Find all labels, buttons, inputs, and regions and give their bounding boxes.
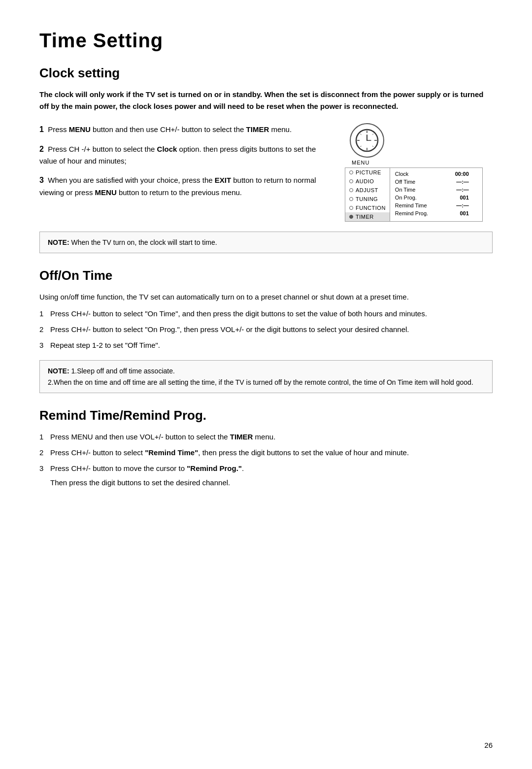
remind-sub-text: Then press the digit buttons to set the …: [50, 478, 230, 487]
menu-left-panel: PICTURE AUDIO ADJUST TUNING FUNCTION: [345, 168, 390, 221]
menu-row-on-prog: On Prog. 001: [395, 194, 469, 201]
off-on-step-2: 2 Press CH+/- button to select "On Prog.…: [39, 324, 493, 335]
tv-clock-icon: [350, 123, 384, 158]
svg-line-8: [361, 146, 362, 147]
exit-bold: EXIT: [215, 176, 231, 184]
menu-row-off-time: Off Time —:—: [395, 178, 469, 186]
off-on-note-box: NOTE: 1.Sleep off and off time associate…: [39, 360, 493, 393]
svg-line-7: [372, 134, 373, 135]
timer-bold-1: TIMER: [246, 125, 269, 134]
menu-dot-timer: [349, 215, 353, 219]
on-prog-label: On Prog.: [395, 195, 460, 201]
remind-step-3-sub: Then press the digit buttons to set the …: [50, 478, 493, 487]
clock-step-1: 1 Press MENU button and then use CH+/- b…: [39, 123, 330, 136]
menu-dot-function: [349, 206, 353, 210]
off-on-title: Off/On Time: [39, 268, 493, 283]
menu-label-audio: AUDIO: [356, 178, 374, 184]
remind-step-3: 3 Press CH+/- button to move the cursor …: [39, 463, 493, 474]
menu-dot-picture: [349, 170, 353, 174]
page-title: Time Setting: [39, 30, 493, 52]
clock-note-box: NOTE: When the TV turn on, the clock wil…: [39, 232, 493, 253]
step-num-1: 1: [39, 125, 44, 134]
menu-label-tuning: TUNING: [356, 196, 378, 202]
step-text-3: Repeat step 1-2 to set "Off Time".: [50, 339, 493, 351]
clock-warning: The clock will only work if the TV set i…: [39, 89, 493, 112]
menu-item-function: FUNCTION: [345, 203, 390, 212]
remind-time-value: —:—: [456, 202, 469, 208]
off-on-section: Off/On Time Using on/off time function, …: [39, 268, 493, 393]
menu-item-tuning: TUNING: [345, 195, 390, 203]
menu-row-remind-prog: Remind Prog. 001: [395, 209, 469, 217]
remind-prog-label: Remind Prog.: [395, 210, 460, 216]
remind-step-text-3: Press CH+/- button to move the cursor to…: [50, 463, 493, 474]
remind-step-n-2: 2: [39, 447, 47, 459]
menu-row-clock: Clock 00:00: [395, 170, 469, 178]
clock-note-text: NOTE: When the TV turn on, the clock wil…: [48, 238, 217, 246]
menu-label-adjust: ADJUST: [356, 187, 378, 193]
remind-step-text-2: Press CH+/- button to select "Remind Tim…: [50, 447, 493, 459]
menu-item-audio: AUDIO: [345, 177, 390, 186]
remind-section: Remind Time/Remind Prog. 1 Press MENU an…: [39, 408, 493, 487]
menu-item-timer: TIMER: [345, 212, 390, 221]
on-time-label: On Time: [395, 187, 456, 193]
off-on-step-1: 1 Press CH+/- button to select "On Time"…: [39, 308, 493, 320]
clock-setting-title: Clock setting: [39, 66, 493, 81]
off-time-label: Off Time: [395, 179, 456, 185]
clock-bold: Clock: [157, 145, 177, 153]
menu-right-panel: Clock 00:00 Off Time —:— On Time —:— On …: [390, 168, 474, 221]
step-text-1: Press CH+/- button to select "On Time", …: [50, 308, 493, 320]
menu-bold-1: MENU: [69, 125, 91, 134]
menu-label: MENU: [352, 160, 369, 166]
remind-step-1: 1 Press MENU and then use VOL+/- button …: [39, 431, 493, 443]
remind-step-n-3: 3: [39, 463, 47, 474]
remind-step-text-1: Press MENU and then use VOL+/- button to…: [50, 431, 493, 443]
step-text-2: Press CH+/- button to select "On Prog.",…: [50, 324, 493, 335]
step-n-2: 2: [39, 324, 47, 335]
clock-steps: 1 Press MENU button and then use CH+/- b…: [39, 123, 330, 205]
menu-dot-tuning: [349, 197, 353, 201]
menu-bold-2: MENU: [95, 188, 117, 197]
off-time-value: —:—: [456, 179, 469, 185]
menu-item-picture: PICTURE: [345, 168, 390, 177]
remind-prog-value: 001: [460, 210, 468, 216]
clock-value: 00:00: [455, 171, 469, 177]
remind-title: Remind Time/Remind Prog.: [39, 408, 493, 423]
svg-line-9: [372, 146, 373, 147]
on-prog-value: 001: [460, 195, 468, 201]
menu-label-timer: TIMER: [356, 214, 374, 220]
menu-dot-adjust: [349, 188, 353, 192]
off-on-note-line0: NOTE: 1.Sleep off and off time associate…: [48, 366, 484, 376]
clock-step-3: 3 When you are satisfied with your choic…: [39, 174, 330, 199]
remind-step-2: 2 Press CH+/- button to select "Remind T…: [39, 447, 493, 459]
off-on-step-3: 3 Repeat step 1-2 to set "Off Time".: [39, 339, 493, 351]
svg-line-10: [361, 134, 362, 135]
menu-screen: PICTURE AUDIO ADJUST TUNING FUNCTION: [345, 167, 483, 222]
menu-label-picture: PICTURE: [356, 169, 381, 175]
menu-row-on-time: On Time —:—: [395, 186, 469, 194]
menu-row-remind-time: Remind Time —:—: [395, 201, 469, 209]
step-n-3: 3: [39, 339, 47, 351]
clock-step-2: 2 Press CH -/+ button to select the Cloc…: [39, 143, 330, 167]
menu-dot-audio: [349, 179, 353, 183]
on-time-value: —:—: [456, 187, 469, 193]
step-num-2: 2: [39, 145, 44, 153]
clock-label: Clock: [395, 171, 455, 177]
step-n-1: 1: [39, 308, 47, 320]
menu-label-function: FUNCTION: [356, 205, 386, 211]
page-number: 26: [484, 741, 493, 749]
remind-time-label: Remind Time: [395, 202, 456, 208]
step-num-3: 3: [39, 176, 44, 184]
clock-section: 1 Press MENU button and then use CH+/- b…: [39, 123, 493, 222]
menu-item-adjust: ADJUST: [345, 186, 390, 195]
clock-svg: [355, 128, 379, 153]
off-on-intro: Using on/off time function, the TV set c…: [39, 291, 493, 303]
off-on-note-line1: 2.When the on time and off time are all …: [48, 377, 484, 388]
remind-step-n-1: 1: [39, 431, 47, 443]
tv-diagram: MENU PICTURE AUDIO ADJUST TUNING: [345, 123, 493, 222]
